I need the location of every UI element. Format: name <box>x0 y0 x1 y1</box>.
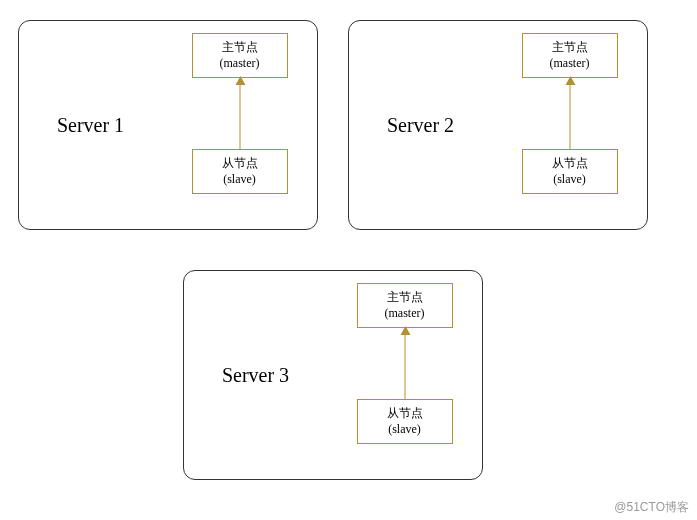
arrow-icon <box>569 77 570 149</box>
master-node-2: 主节点 (master) <box>522 33 618 78</box>
master-node-line2: (master) <box>195 56 285 72</box>
master-node-line2: (master) <box>360 306 450 322</box>
server-card-3: Server 3 主节点 (master) 从节点 (slave) <box>183 270 483 480</box>
master-node-1: 主节点 (master) <box>192 33 288 78</box>
slave-node-line2: (slave) <box>360 422 450 438</box>
slave-node-line1: 从节点 <box>360 406 450 422</box>
server-nodes-2: 主节点 (master) 从节点 (slave) <box>492 21 647 229</box>
slave-node-3: 从节点 (slave) <box>357 399 453 444</box>
watermark-text: @51CTO博客 <box>614 499 689 516</box>
slave-node-2: 从节点 (slave) <box>522 149 618 194</box>
arrow-icon <box>404 327 405 399</box>
server-nodes-3: 主节点 (master) 从节点 (slave) <box>327 271 482 479</box>
arrow-icon <box>239 77 240 149</box>
slave-node-line2: (slave) <box>525 172 615 188</box>
server-label-3: Server 3 <box>184 364 327 387</box>
slave-node-1: 从节点 (slave) <box>192 149 288 194</box>
master-node-line1: 主节点 <box>195 40 285 56</box>
slave-node-line1: 从节点 <box>525 156 615 172</box>
master-node-3: 主节点 (master) <box>357 283 453 328</box>
server-nodes-1: 主节点 (master) 从节点 (slave) <box>162 21 317 229</box>
server-label-1: Server 1 <box>19 114 162 137</box>
slave-node-line1: 从节点 <box>195 156 285 172</box>
server-label-2: Server 2 <box>349 114 492 137</box>
master-node-line1: 主节点 <box>360 290 450 306</box>
server-card-2: Server 2 主节点 (master) 从节点 (slave) <box>348 20 648 230</box>
server-card-1: Server 1 主节点 (master) 从节点 (slave) <box>18 20 318 230</box>
slave-node-line2: (slave) <box>195 172 285 188</box>
master-node-line1: 主节点 <box>525 40 615 56</box>
master-node-line2: (master) <box>525 56 615 72</box>
